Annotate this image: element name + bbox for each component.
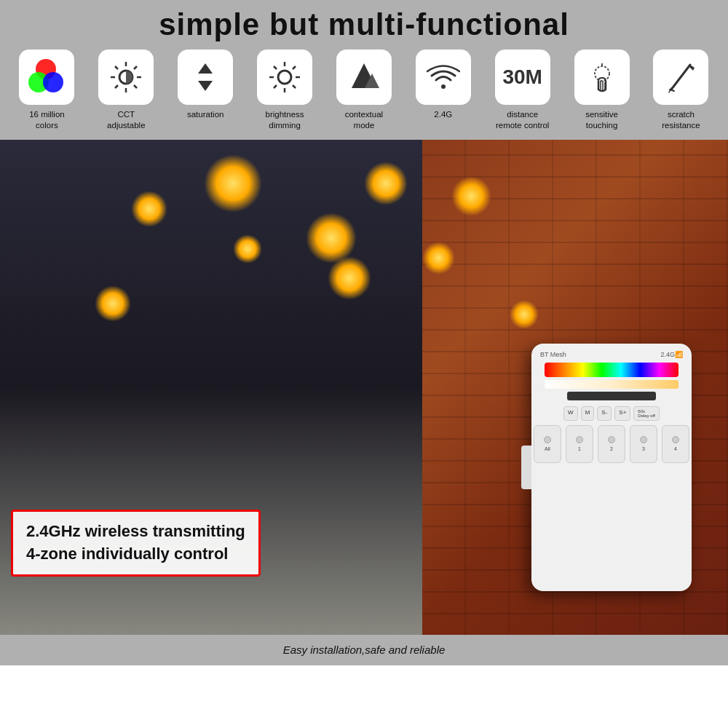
- brightness-icon: [268, 60, 301, 94]
- zone-all-circle: [544, 436, 551, 443]
- top-section: simple but multi-functional 16 millionco…: [0, 0, 728, 140]
- svg-line-16: [274, 66, 277, 69]
- ceiling-light-8: [95, 285, 131, 322]
- zone-2[interactable]: 2: [598, 425, 625, 463]
- wifi-icon: [427, 60, 460, 94]
- info-line1: 2.4GHz wireless transmitting: [26, 521, 245, 543]
- footer-text: Easy installation,safe and reliable: [283, 644, 446, 656]
- svg-point-22: [441, 84, 446, 89]
- distance-text: 30M: [502, 66, 542, 89]
- ceiling-light-10: [328, 256, 371, 300]
- zone-all[interactable]: All: [534, 425, 561, 463]
- color-spectrum-bar: [545, 363, 678, 377]
- zone-3-label: 3: [642, 446, 645, 451]
- btn-splus[interactable]: S+: [614, 406, 630, 421]
- ceiling-light-2: [364, 162, 408, 205]
- scratch-label: scratchresistance: [662, 109, 700, 131]
- distance-label: distanceremote control: [496, 109, 550, 131]
- dark-slider: [567, 392, 656, 400]
- svg-point-11: [278, 71, 291, 84]
- ceiling-light-9: [510, 300, 539, 329]
- colors-icon-box: [19, 50, 74, 105]
- svg-line-8: [115, 85, 118, 88]
- brightness-label: brightnessdimming: [266, 109, 304, 131]
- feature-contextual: contextualmode: [328, 50, 400, 131]
- zone-2-label: 2: [610, 446, 613, 451]
- ceiling-light-5: [451, 176, 491, 216]
- svg-line-18: [293, 66, 296, 69]
- zone-4-label: 4: [674, 446, 677, 451]
- saturation-icon-box: [178, 50, 233, 105]
- scratch-icon-box: [653, 50, 708, 105]
- btn-m[interactable]: M: [581, 406, 595, 421]
- svg-line-6: [134, 85, 137, 88]
- zone-4[interactable]: 4: [662, 425, 689, 463]
- controller-side-tab: [521, 446, 531, 489]
- feature-saturation: saturation: [169, 50, 242, 120]
- rgb-icon: [28, 59, 65, 95]
- zone-2-circle: [608, 436, 615, 443]
- info-line2: 4-zone individually control: [26, 543, 245, 566]
- touching-label: sensitivetouching: [585, 109, 618, 131]
- controller-header: BT Mesh 2.4G📶: [537, 351, 686, 358]
- feature-distance: 30M distanceremote control: [486, 50, 559, 131]
- saturation-label: saturation: [187, 109, 224, 120]
- ceiling-light-1: [204, 154, 262, 213]
- features-row: 16 millioncolors CCTadjus: [4, 50, 724, 131]
- svg-marker-9: [198, 63, 213, 74]
- mountain-icon: [347, 60, 381, 94]
- distance-icon-box: 30M: [495, 50, 550, 105]
- zone-1-label: 1: [578, 446, 581, 451]
- btn-delay[interactable]: 60sDelay off: [633, 406, 660, 421]
- svg-marker-28: [689, 65, 695, 71]
- btn-sminus[interactable]: S-: [597, 406, 612, 421]
- zone-3-circle: [640, 436, 647, 443]
- ceiling-light-6: [233, 234, 262, 264]
- white-gradient-bar: [545, 380, 678, 389]
- brightness-icon-box: [257, 50, 312, 105]
- cct-icon-box: [98, 50, 154, 105]
- controller-brand: BT Mesh: [540, 351, 566, 358]
- touch-icon: [585, 60, 619, 94]
- zone-1-circle: [576, 436, 583, 443]
- cct-icon: [109, 60, 143, 94]
- zone-4-circle: [672, 436, 679, 443]
- feature-wifi: 2.4G: [407, 50, 480, 120]
- svg-line-5: [115, 66, 118, 69]
- zone-1[interactable]: 1: [566, 425, 593, 463]
- bottom-bar: Easy installation,safe and reliable: [0, 635, 728, 665]
- svg-line-7: [134, 66, 137, 69]
- info-box: 2.4GHz wireless transmitting 4-zone indi…: [11, 510, 261, 577]
- controller-device: BT Mesh 2.4G📶 W M S- S+ 60sDelay off All…: [531, 344, 692, 591]
- ctrl-buttons-row: W M S- S+ 60sDelay off: [563, 406, 660, 421]
- btn-w[interactable]: W: [563, 406, 578, 421]
- zone-all-label: All: [545, 446, 550, 451]
- svg-marker-10: [198, 81, 213, 91]
- feature-scratch: scratchresistance: [644, 50, 717, 131]
- zone-3[interactable]: 3: [630, 425, 657, 463]
- ceiling-light-3: [131, 191, 167, 227]
- scratch-icon: [664, 60, 697, 94]
- feature-touching: sensitivetouching: [566, 50, 638, 131]
- svg-line-17: [293, 85, 296, 88]
- controller-wifi-label: 2.4G📶: [660, 351, 683, 358]
- zone-row: All 1 2 3 4: [534, 425, 689, 463]
- touching-icon-box: [574, 50, 630, 105]
- contextual-icon-box: [336, 50, 392, 105]
- feature-colors: 16 millioncolors: [10, 50, 83, 131]
- svg-line-27: [671, 65, 690, 90]
- middle-section: 2.4GHz wireless transmitting 4-zone indi…: [0, 140, 728, 635]
- wifi-label: 2.4G: [434, 109, 452, 120]
- colors-label: 16 millioncolors: [29, 109, 65, 131]
- wifi-icon-box: [416, 50, 471, 105]
- feature-brightness: brightnessdimming: [248, 50, 321, 131]
- svg-line-19: [274, 85, 277, 88]
- ceiling-light-7: [422, 242, 455, 274]
- contextual-label: contextualmode: [345, 109, 383, 131]
- blue-circle: [43, 72, 63, 92]
- cct-label: CCTadjustable: [107, 109, 145, 131]
- main-title: simple but multi-functional: [4, 7, 724, 42]
- saturation-icon: [189, 60, 222, 94]
- feature-cct: CCTadjustable: [90, 50, 162, 131]
